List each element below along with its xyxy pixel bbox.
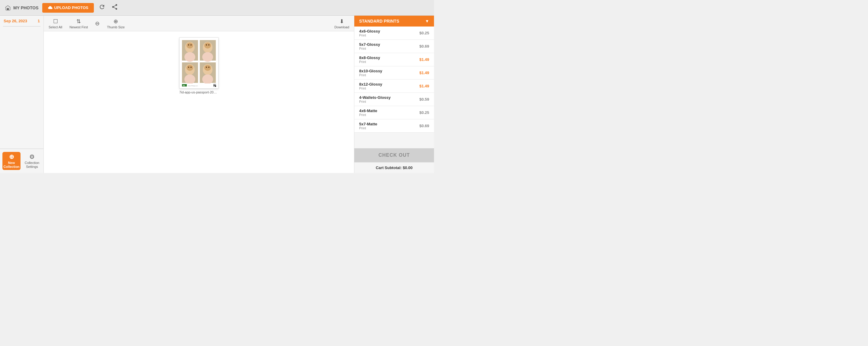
gear-icon: ⚙ bbox=[29, 153, 35, 160]
print-info: 5x7-Matte Print bbox=[359, 122, 377, 130]
left-sidebar: Sep 26, 2023 1 ⊕ NewCollection ⚙ Collect… bbox=[0, 16, 44, 173]
print-item[interactable]: 8x10-Glossy Print $1.49 bbox=[354, 66, 434, 79]
photo-filename: 7id-app-us-passport-2023-09... bbox=[179, 91, 218, 94]
svg-point-22 bbox=[184, 74, 195, 84]
checkbox-icon: ☐ bbox=[53, 18, 58, 25]
print-info: 8x10-Glossy Print bbox=[359, 69, 382, 77]
right-panel: STANDARD PRINTS ▼ 4x6-Glossy Print $0.25… bbox=[354, 16, 434, 173]
newest-first-button[interactable]: ⇅ Newest First bbox=[69, 18, 88, 29]
svg-text:7ID: 7ID bbox=[183, 85, 185, 86]
svg-point-5 bbox=[187, 42, 193, 48]
print-type: Print bbox=[359, 33, 380, 37]
print-item[interactable]: 5x7-Matte Print $0.69 bbox=[354, 119, 434, 133]
home-icon bbox=[5, 5, 11, 11]
plus-icon: ⊕ bbox=[9, 153, 14, 160]
print-type: Print bbox=[359, 100, 391, 103]
print-item[interactable]: 4x6-Glossy Print $0.25 bbox=[354, 27, 434, 40]
main-content: Sep 26, 2023 1 ⊕ NewCollection ⚙ Collect… bbox=[0, 16, 434, 173]
print-price: $0.25 bbox=[419, 110, 429, 115]
date-section: Sep 26, 2023 1 bbox=[0, 16, 43, 26]
minus-circle-icon: ⊖ bbox=[95, 20, 100, 27]
print-info: 8x8-Glossy Print bbox=[359, 56, 380, 64]
cart-subtotal: Cart Subtotal: $0.00 bbox=[354, 162, 434, 173]
print-name: 4x6-Matte bbox=[359, 108, 377, 113]
print-name: 8x12-Glossy bbox=[359, 82, 382, 86]
thumb-size-label: Thumb Size bbox=[107, 25, 125, 29]
print-item[interactable]: 4x6-Matte Print $0.25 bbox=[354, 106, 434, 119]
svg-point-28 bbox=[208, 67, 210, 68]
select-all-button[interactable]: ☐ Select All bbox=[49, 18, 62, 29]
print-name: 5x7-Glossy bbox=[359, 42, 380, 47]
print-info: 5x7-Glossy Print bbox=[359, 42, 380, 50]
svg-point-15 bbox=[202, 52, 213, 62]
newest-first-label: Newest First bbox=[69, 25, 88, 29]
svg-rect-0 bbox=[7, 8, 9, 10]
photo-image-wrapper: 7ID https://7idapp.com bbox=[179, 37, 218, 89]
plus-circle-icon: ⊕ bbox=[114, 18, 118, 25]
print-price: $0.25 bbox=[419, 31, 429, 35]
prints-list: 4x6-Glossy Print $0.25 5x7-Glossy Print … bbox=[354, 27, 434, 148]
standard-prints-label: STANDARD PRINTS bbox=[359, 19, 399, 24]
photos-grid: 7ID https://7idapp.com 7id-app-us-passpo… bbox=[44, 31, 354, 173]
svg-text:https://7idapp.com: https://7idapp.com bbox=[188, 85, 198, 86]
svg-point-29 bbox=[202, 74, 213, 84]
share-icon bbox=[112, 4, 118, 10]
print-name: 8x8-Glossy bbox=[359, 56, 380, 60]
photo-toolbar: ☐ Select All ⇅ Newest First ⊖ ⊕ Thumb Si… bbox=[44, 16, 354, 31]
sort-icon: ⇅ bbox=[76, 18, 81, 25]
print-price: $0.69 bbox=[419, 124, 429, 128]
download-label: Download bbox=[334, 25, 349, 29]
print-name: 8x10-Glossy bbox=[359, 69, 382, 73]
svg-point-21 bbox=[190, 67, 192, 68]
chevron-down-icon: ▼ bbox=[425, 19, 429, 24]
thumb-size-minus-button[interactable]: ⊖ bbox=[95, 20, 100, 27]
svg-point-8 bbox=[184, 52, 195, 62]
svg-point-13 bbox=[206, 44, 207, 45]
svg-point-14 bbox=[208, 44, 210, 45]
photo-thumbnail[interactable]: 7ID https://7idapp.com 7id-app-us-passpo… bbox=[179, 37, 218, 94]
print-item[interactable]: 5x7-Glossy Print $0.69 bbox=[354, 40, 434, 53]
sidebar-bottom: ⊕ NewCollection ⚙ CollectionSettings bbox=[0, 148, 43, 173]
passport-photo-sheet: 7ID https://7idapp.com bbox=[181, 39, 217, 87]
print-name: 5x7-Matte bbox=[359, 122, 377, 126]
share-button[interactable] bbox=[110, 2, 119, 13]
print-type: Print bbox=[359, 60, 380, 64]
photo-area: ☐ Select All ⇅ Newest First ⊖ ⊕ Thumb Si… bbox=[44, 16, 354, 173]
print-price: $1.49 bbox=[419, 57, 429, 62]
svg-rect-36 bbox=[215, 84, 216, 85]
download-icon: ⬇ bbox=[340, 18, 344, 25]
svg-point-27 bbox=[206, 67, 207, 68]
date-label: Sep 26, 2023 bbox=[4, 19, 27, 23]
print-type: Print bbox=[359, 47, 380, 50]
new-collection-label: NewCollection bbox=[3, 161, 19, 169]
print-item[interactable]: 8x8-Glossy Print $1.49 bbox=[354, 53, 434, 66]
svg-point-26 bbox=[204, 65, 211, 71]
download-button[interactable]: ⬇ Download bbox=[334, 18, 349, 29]
svg-point-6 bbox=[188, 44, 189, 45]
svg-rect-35 bbox=[214, 84, 215, 85]
new-collection-button[interactable]: ⊕ NewCollection bbox=[2, 152, 21, 170]
print-item[interactable]: 4-Wallets-Glossy Print $0.59 bbox=[354, 93, 434, 106]
print-item[interactable]: 8x12-Glossy Print $1.49 bbox=[354, 79, 434, 93]
print-price: $0.69 bbox=[419, 44, 429, 48]
print-info: 8x12-Glossy Print bbox=[359, 82, 382, 90]
cloud-upload-icon bbox=[48, 5, 53, 10]
collection-settings-button[interactable]: ⚙ CollectionSettings bbox=[23, 152, 41, 170]
standard-prints-button[interactable]: STANDARD PRINTS ▼ bbox=[354, 16, 434, 27]
print-price: $1.49 bbox=[419, 84, 429, 88]
svg-point-12 bbox=[204, 42, 211, 48]
refresh-button[interactable] bbox=[97, 2, 106, 13]
print-type: Print bbox=[359, 86, 382, 90]
print-info: 4-Wallets-Glossy Print bbox=[359, 95, 391, 103]
checkout-button[interactable]: CHECK OUT bbox=[354, 148, 434, 162]
refresh-icon bbox=[99, 4, 105, 10]
print-info: 4x6-Matte Print bbox=[359, 108, 377, 117]
my-photos-label: MY PHOTOS bbox=[5, 5, 39, 11]
print-type: Print bbox=[359, 73, 382, 77]
top-bar: MY PHOTOS UPLOAD PHOTOS bbox=[0, 0, 434, 16]
select-all-label: Select All bbox=[49, 25, 62, 29]
thumb-size-plus-button[interactable]: ⊕ Thumb Size bbox=[107, 18, 125, 29]
upload-photos-button[interactable]: UPLOAD PHOTOS bbox=[42, 3, 94, 13]
print-type: Print bbox=[359, 126, 377, 130]
sidebar-divider bbox=[3, 26, 40, 27]
